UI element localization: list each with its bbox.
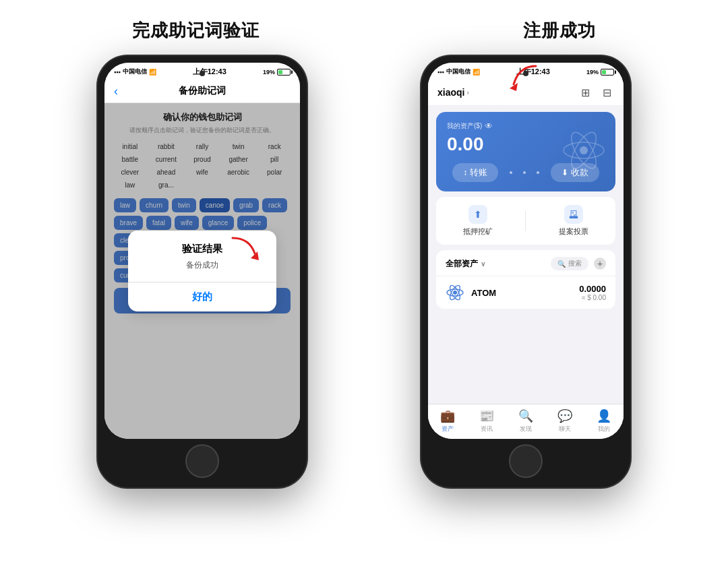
quick-actions: ⬆ 抵押挖矿 🗳 提案投票: [436, 197, 615, 245]
tab-bar: 💼 资产 📰 资讯 🔍 发现 💬 聊天: [428, 404, 624, 439]
left-time: 上午12:43: [193, 67, 226, 77]
spacer: [428, 314, 624, 404]
tab-mine-label: 我的: [598, 425, 610, 433]
titles-row: 完成助记词验证 注册成功: [0, 0, 728, 56]
mortgage-icon: ⬆: [468, 205, 487, 224]
transfer-icon: ↕: [463, 168, 467, 177]
chevron-down-icon: ∨: [481, 260, 485, 268]
dialog-overlay: 验证结果 备份成功 好的: [104, 103, 300, 439]
atom-name: ATOM: [471, 288, 572, 298]
tab-discover-icon: 🔍: [518, 409, 533, 423]
tab-discover[interactable]: 🔍 发现: [506, 409, 545, 433]
signal-icon-right: ▪▪▪: [437, 69, 444, 76]
battery-icon-right: [601, 69, 614, 76]
back-button[interactable]: ‹: [114, 84, 118, 98]
username-text: xiaoqi: [437, 87, 464, 98]
carrier-right: 中国电信: [446, 67, 471, 76]
tab-mine[interactable]: 👤 我的: [584, 409, 624, 433]
atom-icon: [446, 283, 464, 302]
left-phone-screen: ▪▪▪ 中国电信 📶 上午12:43 19% ‹ 备份助记词: [104, 63, 300, 439]
tab-discover-label: 发现: [520, 425, 532, 433]
left-phone-frame: ▪▪▪ 中国电信 📶 上午12:43 19% ‹ 备份助记词: [98, 56, 307, 487]
atom-amount: 0.0000: [579, 284, 606, 294]
tab-chat[interactable]: 💬 聊天: [545, 409, 584, 433]
assets-header-right: 🔍 搜索 +: [551, 257, 606, 270]
wallet-screen: xiaoqi › ⊞ ⊟ 我的资产($) 👁: [428, 80, 624, 439]
right-status-left: ▪▪▪ 中国电信 📶: [437, 67, 480, 76]
atom-values: 0.0000 ≈ $ 0.00: [579, 284, 606, 301]
atom-decoration: [560, 127, 607, 177]
search-icon-small: 🔍: [557, 260, 566, 268]
asset-row-atom[interactable]: ATOM 0.0000 ≈ $ 0.00: [436, 276, 615, 309]
proposal-icon: 🗳: [564, 205, 583, 224]
asset-card: 我的资产($) 👁 0.00 ↕ 转账: [436, 112, 615, 191]
wifi-icon: 📶: [149, 69, 156, 76]
right-phone-frame: ▪▪▪ 中国电信 📶 上午12:43 19% xiaoqi: [421, 56, 630, 487]
wallet-header-icons: ⊞ ⊟: [578, 85, 614, 100]
tab-chat-label: 聊天: [559, 425, 571, 433]
left-section-title: 完成助记词验证: [132, 19, 260, 42]
left-home-button[interactable]: [185, 444, 219, 478]
tab-assets-label: 资产: [442, 425, 454, 433]
right-section-title: 注册成功: [523, 19, 596, 42]
arrow-annotation-right: [506, 80, 543, 96]
dialog-ok-button[interactable]: 好的: [142, 282, 263, 311]
tab-assets-icon: 💼: [440, 409, 455, 423]
search-text: 搜索: [568, 259, 582, 268]
battery-pct-left: 19%: [263, 69, 275, 76]
tab-chat-icon: 💬: [557, 409, 572, 423]
left-nav-title: 备份助记词: [179, 85, 226, 97]
assets-header-left: 全部资产 ∨: [446, 258, 485, 270]
tab-mine-icon: 👤: [597, 409, 611, 423]
signal-icon: ▪▪▪: [114, 69, 121, 76]
svg-point-6: [453, 291, 457, 295]
battery-icon-left: [277, 69, 291, 76]
assets-header: 全部资产 ∨ 🔍 搜索 +: [436, 250, 615, 276]
all-assets-label: 全部资产: [446, 258, 478, 270]
transfer-button[interactable]: ↕ 转账: [452, 163, 498, 182]
tab-assets[interactable]: 💼 资产: [428, 409, 467, 433]
assets-section: 全部资产 ∨ 🔍 搜索 +: [436, 250, 615, 309]
quick-divider: [525, 211, 526, 231]
carrier-left: 中国电信: [123, 67, 147, 76]
left-status-bar: ▪▪▪ 中国电信 📶 上午12:43 19%: [104, 63, 300, 80]
chevron-right-icon: ›: [466, 89, 468, 96]
right-status-right: 19%: [586, 69, 614, 76]
mortgage-label: 抵押挖矿: [463, 227, 493, 237]
tab-news-label: 资讯: [481, 425, 493, 433]
add-asset-button[interactable]: +: [594, 258, 606, 270]
svg-point-1: [580, 146, 588, 154]
quick-action-mortgage[interactable]: ⬆ 抵押挖矿: [463, 205, 493, 237]
right-phone-screen: ▪▪▪ 中国电信 📶 上午12:43 19% xiaoqi: [428, 63, 624, 439]
wifi-icon-right: 📶: [473, 69, 480, 76]
qr-scan-icon[interactable]: ⊞: [578, 85, 593, 100]
wallet-switch-icon[interactable]: ⊟: [599, 85, 614, 100]
left-status-right: 19%: [263, 69, 291, 76]
eye-icon[interactable]: 👁: [485, 121, 493, 131]
card-divider2: [523, 171, 526, 174]
quick-action-proposal[interactable]: 🗳 提案投票: [559, 205, 588, 237]
card-divider: [510, 171, 512, 174]
tab-news[interactable]: 📰 资讯: [467, 409, 506, 433]
arrow-annotation-left: [229, 235, 263, 264]
mnemonic-content: 确认你的钱包助记词 请按顺序点击助记词，验证您备份的助记词是否正确。 initi…: [104, 103, 300, 439]
battery-pct-right: 19%: [586, 69, 599, 76]
page-container: 完成助记词验证 注册成功 ▪▪▪ 中国电信 📶 上午12:43 19%: [0, 0, 728, 569]
asset-label-text: 我的资产($): [447, 121, 482, 131]
proposal-label: 提案投票: [559, 227, 588, 237]
search-pill[interactable]: 🔍 搜索: [551, 257, 588, 270]
left-status-left: ▪▪▪ 中国电信 📶: [114, 67, 156, 76]
wallet-username: xiaoqi ›: [437, 87, 469, 98]
left-nav-bar: ‹ 备份助记词: [104, 80, 300, 103]
tab-news-icon: 📰: [479, 409, 494, 423]
phones-row: ▪▪▪ 中国电信 📶 上午12:43 19% ‹ 备份助记词: [0, 56, 728, 487]
card-divider3: [537, 171, 539, 174]
atom-usd: ≈ $ 0.00: [579, 294, 606, 301]
transfer-label: 转账: [470, 167, 487, 179]
right-home-button[interactable]: [509, 444, 543, 478]
